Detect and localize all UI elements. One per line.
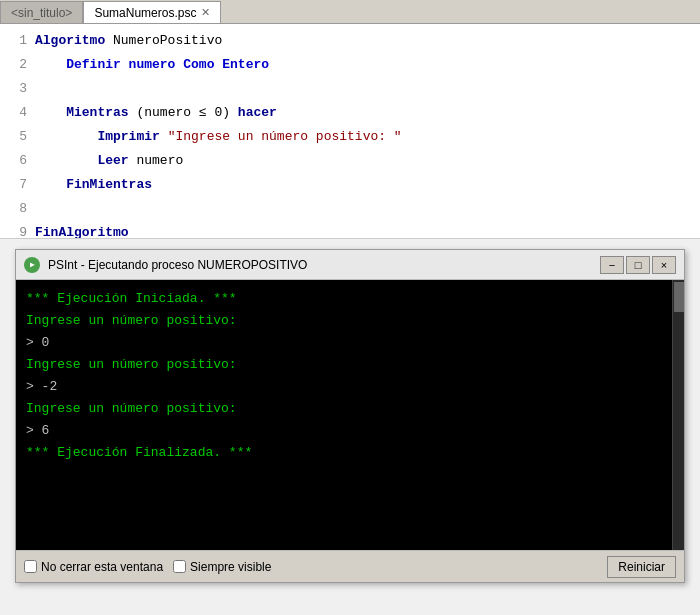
output-line: > -2 [26, 376, 674, 398]
tab-suma-numeros[interactable]: SumaNumeros.psc ✕ [83, 1, 221, 23]
minimize-button[interactable]: − [600, 256, 624, 274]
tab-close-icon[interactable]: ✕ [201, 6, 210, 19]
line-number: 3 [0, 77, 35, 101]
line-number: 2 [0, 53, 35, 77]
line-number: 5 [0, 125, 35, 149]
code-line: 6 Leer numero [0, 149, 700, 173]
output-line: > 0 [26, 332, 674, 354]
code-line: 3 [0, 77, 700, 101]
line-content: Mientras (numero ≤ 0) hacer [35, 101, 277, 125]
line-number: 6 [0, 149, 35, 173]
close-button[interactable]: × [652, 256, 676, 274]
code-line: 1Algoritmo NumeroPositivo [0, 29, 700, 53]
tab-sin-titulo[interactable]: <sin_titulo> [0, 1, 83, 23]
line-number: 4 [0, 101, 35, 125]
dialog-title: PSInt - Ejecutando proceso NUMEROPOSITIV… [48, 258, 600, 272]
siempre-visible-checkbox-group[interactable]: Siempre visible [173, 560, 271, 574]
dialog-output: *** Ejecución Iniciada. ***Ingrese un nú… [16, 280, 684, 550]
code-line: 5 Imprimir "Ingrese un número positivo: … [0, 125, 700, 149]
code-line: 2 Definir numero Como Entero [0, 53, 700, 77]
output-line: *** Ejecución Iniciada. *** [26, 288, 674, 310]
no-cerrar-checkbox[interactable] [24, 560, 37, 573]
no-cerrar-label: No cerrar esta ventana [41, 560, 163, 574]
line-content: Imprimir "Ingrese un número positivo: " [35, 125, 402, 149]
dialog-titlebar: PSInt - Ejecutando proceso NUMEROPOSITIV… [16, 250, 684, 280]
code-editor: 1Algoritmo NumeroPositivo2 Definir numer… [0, 24, 700, 239]
code-line: 9FinAlgoritmo [0, 221, 700, 239]
output-line: *** Ejecución Finalizada. *** [26, 442, 674, 464]
psint-icon [24, 257, 40, 273]
maximize-button[interactable]: □ [626, 256, 650, 274]
line-content: FinMientras [35, 173, 152, 197]
line-number: 8 [0, 197, 35, 221]
execution-dialog: PSInt - Ejecutando proceso NUMEROPOSITIV… [15, 249, 685, 583]
tab-suma-numeros-label: SumaNumeros.psc [94, 6, 196, 20]
output-line: Ingrese un número positivo: [26, 354, 674, 376]
tab-bar: <sin_titulo> SumaNumeros.psc ✕ [0, 0, 700, 24]
line-content: FinAlgoritmo [35, 221, 129, 239]
tab-sin-titulo-label: <sin_titulo> [11, 6, 72, 20]
output-line: > 6 [26, 420, 674, 442]
dialog-controls: − □ × [600, 256, 676, 274]
output-line: Ingrese un número positivo: [26, 398, 674, 420]
siempre-visible-label: Siempre visible [190, 560, 271, 574]
no-cerrar-checkbox-group[interactable]: No cerrar esta ventana [24, 560, 163, 574]
line-content: Algoritmo NumeroPositivo [35, 29, 222, 53]
line-number: 1 [0, 29, 35, 53]
scrollbar-thumb [674, 282, 684, 312]
line-content: Definir numero Como Entero [35, 53, 269, 77]
line-number: 7 [0, 173, 35, 197]
reiniciar-button[interactable]: Reiniciar [607, 556, 676, 578]
line-number: 9 [0, 221, 35, 239]
siempre-visible-checkbox[interactable] [173, 560, 186, 573]
output-line: Ingrese un número positivo: [26, 310, 674, 332]
code-line: 7 FinMientras [0, 173, 700, 197]
dialog-footer: No cerrar esta ventana Siempre visible R… [16, 550, 684, 582]
line-content: Leer numero [35, 149, 183, 173]
scrollbar[interactable] [672, 280, 684, 550]
code-line: 8 [0, 197, 700, 221]
code-line: 4 Mientras (numero ≤ 0) hacer [0, 101, 700, 125]
